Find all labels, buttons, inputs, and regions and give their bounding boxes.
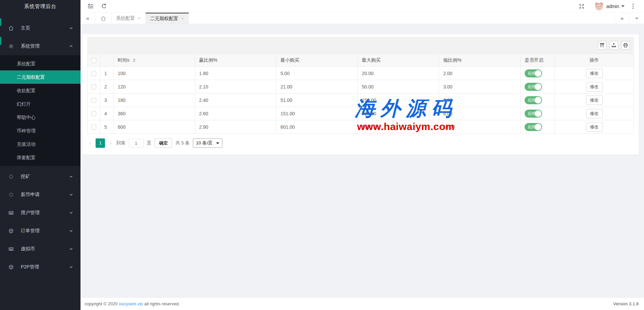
close-icon[interactable]: × bbox=[138, 16, 141, 21]
tab-binary-option-config[interactable]: 二元期权配置 × bbox=[146, 13, 189, 24]
cell-win-ratio: 2.60 bbox=[195, 107, 276, 120]
row-checkbox-cell bbox=[88, 120, 100, 134]
sidebar-item-label: 订单管理 bbox=[21, 228, 69, 234]
chevron-up-icon bbox=[69, 44, 73, 48]
select-all-checkbox[interactable] bbox=[91, 58, 96, 63]
tabbar-spacer bbox=[189, 13, 614, 24]
cell-win-ratio: 2.10 bbox=[195, 80, 276, 94]
edit-button[interactable]: 修改 bbox=[586, 82, 603, 91]
export-button[interactable] bbox=[609, 41, 618, 50]
status-toggle[interactable]: 启用 bbox=[525, 69, 542, 77]
sidebar-item-system[interactable]: 系统管理 bbox=[0, 39, 80, 54]
row-checkbox[interactable] bbox=[91, 125, 96, 130]
easyweb-link[interactable]: easyweb.vip bbox=[119, 301, 143, 306]
sidebar-item-popup-config[interactable]: 弹窗配置 bbox=[0, 151, 80, 164]
row-checkbox[interactable] bbox=[91, 84, 96, 89]
confirm-button[interactable]: 确定 bbox=[155, 138, 172, 148]
footer: copyright © 2020 easyweb.vip all rights … bbox=[80, 297, 644, 310]
collapse-sidebar-button[interactable] bbox=[84, 0, 97, 13]
row-checkbox[interactable] bbox=[91, 98, 96, 103]
table-row: 56002.90601.005000.0010.00启用修改 bbox=[88, 120, 634, 134]
toggle-knob bbox=[535, 83, 541, 90]
cell-win-ratio: 2.90 bbox=[195, 120, 276, 134]
chevron-down-icon bbox=[69, 247, 73, 251]
sidebar-item-user-management[interactable]: 用户管理 bbox=[0, 205, 80, 220]
home-tab[interactable] bbox=[95, 13, 111, 24]
header-checkbox-cell bbox=[88, 54, 100, 67]
fullscreen-icon[interactable] bbox=[575, 0, 588, 13]
tabs-scroll-left-button[interactable]: « bbox=[80, 13, 95, 24]
copyright-prefix: copyright © 2020 bbox=[85, 301, 117, 306]
id-card-icon bbox=[8, 246, 14, 252]
avatar[interactable] bbox=[594, 2, 604, 11]
sidebar-item-help-center[interactable]: 帮助中心 bbox=[0, 111, 80, 124]
cell-status: 启用 bbox=[521, 94, 555, 107]
sidebar-item-binary-option-config[interactable]: 二元期权配置 bbox=[0, 70, 80, 84]
cell-actions: 修改 bbox=[555, 94, 634, 107]
cell-min-buy: 21.00 bbox=[276, 80, 358, 94]
sidebar-item-order-management[interactable]: 订单管理 bbox=[0, 224, 80, 238]
goto-page-input[interactable] bbox=[129, 139, 144, 147]
toggle-knob bbox=[535, 124, 541, 130]
user-menu[interactable]: admin bbox=[606, 4, 625, 9]
sidebar-item-label: 系统管理 bbox=[21, 43, 69, 49]
refresh-icon[interactable] bbox=[97, 0, 111, 13]
next-page-button[interactable]: › bbox=[108, 140, 113, 146]
sidebar-item-new-coin[interactable]: 新币申请 bbox=[0, 187, 80, 202]
table-toolbar bbox=[87, 37, 634, 54]
sidebar-item-label: 主页 bbox=[21, 25, 69, 31]
total-count-label: 共 5 条 bbox=[175, 140, 190, 146]
cell-min-buy: 51.00 bbox=[276, 94, 358, 107]
prev-page-button[interactable]: ‹ bbox=[88, 140, 92, 146]
tab-system-config[interactable]: 系统配置 × bbox=[111, 13, 146, 24]
status-toggle[interactable]: 启用 bbox=[525, 110, 542, 118]
edit-button[interactable]: 修改 bbox=[586, 122, 603, 132]
tabs-scroll-right-button[interactable]: » bbox=[614, 13, 629, 24]
row-checkbox[interactable] bbox=[91, 111, 96, 116]
columns-filter-button[interactable] bbox=[598, 41, 606, 50]
cell-max-buy: 50.00 bbox=[358, 80, 439, 94]
sidebar-item-home[interactable]: 主页 bbox=[0, 21, 80, 36]
sidebar-item-p2p-management[interactable]: P2P管理 bbox=[0, 260, 80, 274]
page-size-select[interactable]: 10 条/页 bbox=[193, 138, 222, 148]
sidebar-item-coin-management[interactable]: 币种管理 bbox=[0, 124, 80, 137]
caret-down-icon bbox=[621, 5, 625, 7]
more-menu-icon[interactable] bbox=[627, 0, 639, 13]
sidebar-indicator bbox=[0, 37, 1, 45]
main-area: admin « 系统配置 × 二元期权配置 × » bbox=[80, 0, 644, 310]
sidebar-item-system-config[interactable]: 系统配置 bbox=[0, 57, 80, 70]
chevron-down-icon bbox=[69, 26, 73, 30]
cell-lose-ratio: 2.00 bbox=[439, 67, 521, 80]
cell-status: 启用 bbox=[521, 107, 555, 120]
row-checkbox[interactable] bbox=[91, 71, 96, 76]
page-1-button[interactable]: 1 bbox=[96, 138, 105, 148]
status-toggle[interactable]: 启用 bbox=[525, 123, 542, 131]
header-time[interactable]: 时间s bbox=[114, 54, 195, 67]
cube-icon bbox=[8, 264, 14, 270]
sidebar-item-mining[interactable]: 挖矿 bbox=[0, 169, 80, 184]
sidebar-item-recharge-activity[interactable]: 充值活动 bbox=[0, 137, 80, 151]
cell-status: 启用 bbox=[521, 120, 555, 134]
status-toggle[interactable]: 启用 bbox=[525, 83, 542, 91]
sidebar-item-virtual-coin[interactable]: 虚拟币 bbox=[0, 242, 80, 256]
cell-lose-ratio: 5.00 bbox=[439, 94, 521, 107]
toggle-knob bbox=[535, 97, 541, 104]
header-index bbox=[100, 54, 114, 67]
cell-actions: 修改 bbox=[555, 67, 634, 80]
edit-button[interactable]: 修改 bbox=[586, 69, 603, 78]
cell-min-buy: 601.00 bbox=[276, 120, 358, 134]
sidebar-item-slides[interactable]: 幻灯片 bbox=[0, 97, 80, 111]
edit-button[interactable]: 修改 bbox=[586, 96, 603, 105]
tabs-menu-button[interactable] bbox=[629, 13, 644, 24]
cell-actions: 修改 bbox=[555, 80, 634, 94]
close-icon[interactable]: × bbox=[181, 16, 184, 21]
edit-button[interactable]: 修改 bbox=[586, 109, 603, 118]
print-button[interactable] bbox=[621, 41, 630, 50]
cell-time: 600 bbox=[114, 120, 195, 134]
mining-icon bbox=[8, 174, 14, 179]
status-toggle[interactable]: 启用 bbox=[525, 96, 542, 104]
cell-min-buy: 5.00 bbox=[276, 67, 358, 80]
sidebar-item-payment-config[interactable]: 收款配置 bbox=[0, 84, 80, 97]
topbar-right: admin bbox=[575, 0, 639, 13]
sort-icon[interactable] bbox=[133, 58, 136, 62]
